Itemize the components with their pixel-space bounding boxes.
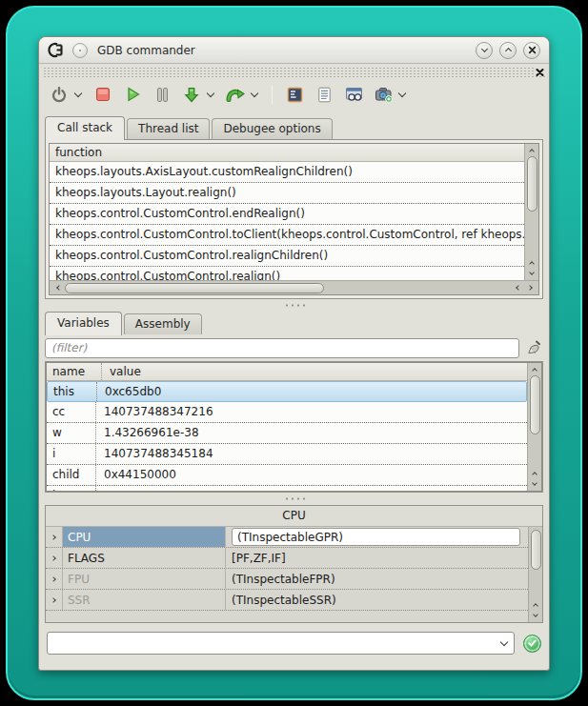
variable-row[interactable]: w 1.43266961e-38	[47, 423, 527, 444]
tab-assembly[interactable]: Assembly	[124, 313, 202, 334]
scroll-right-button[interactable]	[525, 283, 536, 292]
chevron-right-icon	[527, 285, 533, 291]
splitter-handle[interactable]	[39, 493, 549, 505]
scroll-down-button[interactable]	[527, 269, 537, 278]
expand-button[interactable]	[46, 535, 62, 539]
view-messages-button[interactable]	[314, 83, 335, 106]
call-stack-row[interactable]: kheops.control.CustomControl.toClient(kh…	[50, 225, 524, 246]
call-stack-row[interactable]: kheops.control.CustomControl.realignChil…	[50, 246, 524, 267]
variable-row[interactable]: h 1.43266961e-38	[47, 486, 527, 491]
gdb-command-combobox[interactable]	[47, 632, 515, 655]
tab-variables[interactable]: Variables	[45, 312, 122, 335]
variables-panel: name value this 0xc65db0 cc 140737488347…	[45, 361, 543, 493]
scroll-up-button[interactable]	[530, 469, 540, 478]
variables-column-headers: name value	[47, 363, 527, 381]
cpu-register-row[interactable]: FLAGS [PF,ZF,IF]	[46, 548, 528, 569]
scroll-up-button[interactable]	[527, 146, 537, 155]
value-column-header[interactable]: value	[102, 363, 141, 380]
inspect-tabbar: Variables Assembly	[45, 312, 543, 334]
power-icon	[51, 86, 68, 103]
document-list-icon	[317, 87, 332, 103]
scroll-up-button[interactable]	[531, 600, 541, 610]
camera-add-icon	[375, 86, 393, 103]
variable-row[interactable]: this 0xc65db0	[47, 381, 527, 402]
cpu-register-row[interactable]: SSR (TInspectableSSR)	[46, 590, 528, 611]
maximize-button[interactable]	[499, 42, 517, 59]
title-bar[interactable]: GDB commander	[39, 37, 549, 64]
chevron-up-icon	[504, 48, 511, 54]
step-over-menu-button[interactable]	[249, 83, 260, 106]
tab-thread-list[interactable]: Thread list	[127, 118, 210, 139]
view-watch-button[interactable]	[343, 83, 364, 106]
call-stack-row[interactable]: kheops.control.CustomControl.realign()	[50, 267, 524, 280]
cpu-panel-title: CPU	[46, 506, 542, 526]
call-stack-row[interactable]: kheops.layouts.AxisLayout.customRealignC…	[50, 162, 524, 183]
debug-toolbar	[39, 78, 549, 111]
variables-vertical-scrollbar[interactable]	[527, 363, 541, 491]
register-value-field[interactable]: (TInspectableGPR)	[232, 528, 520, 546]
pause-button[interactable]	[152, 83, 172, 106]
variable-row[interactable]: cc 140737488347216	[47, 402, 527, 423]
variable-row[interactable]: i 140737488345184	[47, 444, 527, 465]
scrollbar-thumb[interactable]	[531, 530, 541, 570]
chevron-down-icon	[207, 90, 214, 97]
clear-filter-button[interactable]	[524, 338, 543, 357]
cpu-vertical-scrollbar[interactable]	[528, 527, 542, 622]
step-into-arrow-icon	[183, 86, 200, 103]
scrollbar-thumb[interactable]	[65, 283, 324, 293]
call-stack-vertical-scrollbar[interactable]	[524, 144, 538, 280]
power-button[interactable]	[49, 83, 70, 106]
expand-button[interactable]	[46, 556, 62, 560]
tab-debugee-options[interactable]: Debugee options	[212, 118, 332, 139]
scroll-down-button[interactable]	[531, 611, 541, 620]
view-cpu-button[interactable]	[284, 83, 305, 106]
gdb-command-input[interactable]	[54, 635, 501, 651]
chevron-up-icon	[532, 368, 537, 373]
splitter-handle[interactable]	[39, 299, 549, 312]
dock-close-x-icon	[536, 68, 544, 76]
scroll-left-button[interactable]	[52, 283, 63, 292]
dock-close-button[interactable]	[535, 68, 545, 76]
close-button[interactable]	[523, 42, 540, 59]
cpu-register-row[interactable]: FPU (TInspectableFPR)	[46, 569, 528, 590]
scroll-up-button[interactable]	[530, 365, 540, 374]
close-x-icon	[528, 46, 537, 54]
name-column-header[interactable]: name	[52, 363, 102, 380]
snapshot-menu-button[interactable]	[396, 83, 408, 106]
pause-icon	[155, 87, 170, 103]
dock-grip-bar[interactable]	[43, 66, 545, 78]
scrollbar-thumb[interactable]	[527, 156, 537, 212]
stop-button[interactable]	[92, 83, 113, 106]
scroll-down-button[interactable]	[530, 479, 540, 489]
cpu-register-row[interactable]: CPU (TInspectableGPR)	[46, 527, 528, 548]
scrollbar-thumb[interactable]	[530, 375, 540, 434]
snapshot-button[interactable]	[373, 83, 394, 106]
chevron-right-icon	[51, 597, 56, 603]
broom-icon	[526, 340, 541, 355]
scroll-up-button[interactable]	[527, 258, 537, 268]
tab-call-stack[interactable]: Call stack	[45, 116, 125, 140]
call-stack-row[interactable]: kheops.control.CustomControl.endRealign(…	[50, 204, 524, 225]
combo-chevron-down-icon[interactable]	[500, 638, 508, 646]
scroll-left-button[interactable]	[512, 283, 522, 292]
step-over-arrow-icon	[226, 87, 245, 103]
step-into-menu-button[interactable]	[205, 83, 216, 106]
expand-button[interactable]	[46, 577, 62, 581]
filter-input[interactable]	[45, 338, 519, 358]
call-stack-row[interactable]: kheops.layouts.Layout.realign()	[50, 183, 524, 204]
step-into-button[interactable]	[181, 83, 202, 106]
run-button[interactable]	[122, 83, 143, 106]
step-over-button[interactable]	[225, 83, 246, 106]
window-menu-button[interactable]	[72, 43, 88, 58]
send-command-button[interactable]	[523, 635, 541, 653]
expand-button[interactable]	[46, 598, 62, 602]
chevron-down-icon	[398, 90, 406, 97]
watch-window-icon	[345, 87, 363, 102]
minimize-button[interactable]	[476, 42, 493, 59]
chevron-left-icon	[56, 285, 62, 291]
call-stack-column-header[interactable]: function	[50, 144, 524, 162]
variable-row[interactable]: child 0x44150000	[47, 465, 527, 486]
call-stack-horizontal-scrollbar[interactable]	[50, 280, 538, 294]
power-menu-button[interactable]	[72, 83, 84, 106]
call-stack-panel: function kheops.layouts.AxisLayout.custo…	[45, 139, 543, 299]
